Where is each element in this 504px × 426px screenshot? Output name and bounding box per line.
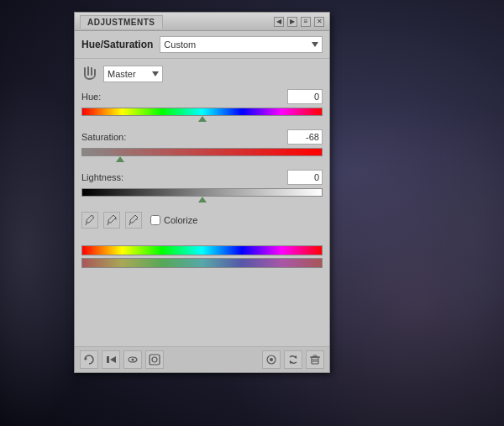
channel-dropdown[interactable]: Master Reds Yellows Greens Cyans Blues M… xyxy=(103,66,163,82)
svg-marker-10 xyxy=(85,357,87,360)
close-button[interactable]: ✕ xyxy=(314,17,324,27)
color-bars-section xyxy=(81,239,323,274)
hue-slider-row: Hue: xyxy=(81,89,323,124)
svg-line-4 xyxy=(86,223,87,225)
mask-button[interactable] xyxy=(145,350,164,369)
lightness-slider-row: Lightness: xyxy=(81,170,323,205)
svg-rect-2 xyxy=(91,67,92,76)
panel-tab-label[interactable]: ADJUSTMENTS xyxy=(80,15,163,29)
colorize-row: Colorize xyxy=(150,215,197,225)
lightness-label-row: Lightness: xyxy=(81,170,323,185)
saturation-label: Saturation: xyxy=(81,132,126,142)
colorize-checkbox[interactable] xyxy=(150,215,160,225)
svg-point-16 xyxy=(152,357,157,362)
options-button[interactable] xyxy=(262,350,281,369)
svg-point-18 xyxy=(270,358,273,361)
colorize-label: Colorize xyxy=(164,215,197,225)
lightness-value-input[interactable] xyxy=(287,170,323,185)
saturation-value-input[interactable] xyxy=(287,129,323,145)
panel-header: Hue/Saturation Custom xyxy=(75,31,329,59)
svg-line-8 xyxy=(129,223,130,225)
svg-text:+: + xyxy=(114,216,117,222)
mask-icon xyxy=(149,354,160,366)
delete-button[interactable] xyxy=(306,350,324,369)
svg-point-14 xyxy=(132,359,134,361)
svg-rect-3 xyxy=(94,69,96,76)
prev-state-button[interactable] xyxy=(102,350,120,369)
panel-empty-area xyxy=(81,274,323,341)
eyedropper-subtract-button[interactable]: - xyxy=(125,212,142,229)
collapse-button[interactable]: ◀ xyxy=(274,17,284,27)
footer-right-buttons xyxy=(262,350,324,369)
hue-value-input[interactable] xyxy=(287,89,323,104)
reset-button[interactable] xyxy=(80,350,98,369)
footer-left-buttons xyxy=(80,350,164,369)
channel-row: Master Reds Yellows Greens Cyans Blues M… xyxy=(81,66,323,82)
title-bar-left: ADJUSTMENTS xyxy=(80,15,163,29)
expand-button[interactable]: ▶ xyxy=(287,17,297,27)
eyedropper-add-icon: + xyxy=(107,214,117,226)
svg-rect-1 xyxy=(87,66,89,76)
panel-content: Master Reds Yellows Greens Cyans Blues M… xyxy=(75,59,329,346)
refresh-button[interactable] xyxy=(284,350,302,369)
visibility-button[interactable] xyxy=(123,350,142,369)
eyedropper-icon xyxy=(85,214,95,226)
saturation-track-container xyxy=(81,146,323,165)
hue-thumb-area xyxy=(81,116,323,123)
adjustments-panel: ADJUSTMENTS ◀ ▶ ≡ ✕ Hue/Saturation Custo… xyxy=(74,12,330,373)
svg-point-5 xyxy=(92,215,94,218)
svg-rect-11 xyxy=(107,356,109,363)
hue-track xyxy=(81,108,323,116)
hue-label-row: Hue: xyxy=(81,89,323,104)
lightness-thumb[interactable] xyxy=(198,197,207,202)
svg-rect-23 xyxy=(313,355,317,357)
trash-icon xyxy=(309,354,321,366)
reset-icon xyxy=(83,354,95,366)
panel-title: Hue/Saturation xyxy=(81,39,153,50)
saturation-thumb[interactable] xyxy=(116,156,124,162)
svg-rect-15 xyxy=(150,355,160,365)
lightness-thumb-area xyxy=(81,197,323,203)
refresh-icon xyxy=(287,354,299,366)
title-bar-right: ◀ ▶ ≡ ✕ xyxy=(274,17,324,27)
hue-adjusted-bar xyxy=(81,258,323,268)
hue-label: Hue: xyxy=(81,92,101,102)
eyedropper-button[interactable] xyxy=(81,212,98,229)
lightness-label: Lightness: xyxy=(81,172,123,182)
options-icon xyxy=(265,354,277,366)
eyedropper-subtract-icon: - xyxy=(129,214,139,226)
saturation-track xyxy=(81,148,323,156)
hue-full-bar xyxy=(81,245,323,255)
saturation-label-row: Saturation: xyxy=(81,129,323,145)
lightness-track-container xyxy=(81,187,323,205)
saturation-thumb-area xyxy=(81,156,323,163)
preset-dropdown[interactable]: Custom xyxy=(160,36,323,53)
svg-text:-: - xyxy=(136,216,139,222)
prev-state-icon xyxy=(105,354,117,366)
channel-icon xyxy=(81,66,98,82)
saturation-slider-row: Saturation: xyxy=(81,129,323,165)
title-bar: ADJUSTMENTS ◀ ▶ ≡ ✕ xyxy=(75,13,329,31)
menu-button[interactable]: ≡ xyxy=(301,17,311,27)
lightness-track xyxy=(81,188,323,197)
svg-line-6 xyxy=(108,223,108,225)
hue-track-container xyxy=(81,106,323,124)
hue-thumb[interactable] xyxy=(198,116,207,122)
panel-footer xyxy=(75,346,329,372)
eye-icon xyxy=(127,354,139,366)
eyedropper-add-button[interactable]: + xyxy=(103,212,120,229)
tools-row: + - Colorize xyxy=(81,212,323,229)
svg-rect-0 xyxy=(84,67,86,76)
finger-icon xyxy=(81,66,98,82)
svg-marker-12 xyxy=(110,356,116,363)
